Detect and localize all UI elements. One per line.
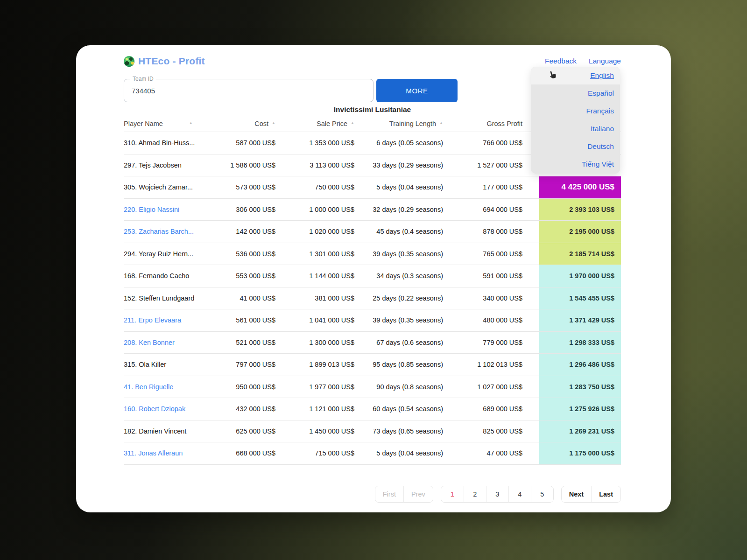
cost-cell: 950 000 US$ [210, 376, 275, 398]
column-header-gross-profit[interactable]: Gross Profit [443, 115, 522, 132]
training-length-cell: 67 days (0.6 seasons) [354, 332, 443, 354]
column-header-sale-price[interactable]: Sale Price▲ [275, 115, 354, 132]
player-name-cell: 297. Tejs Jacobsen [124, 154, 210, 176]
page-button-1[interactable]: 1 [441, 486, 464, 502]
column-spacer [522, 354, 539, 376]
sale-price-cell: 1 899 013 US$ [275, 354, 354, 376]
cost-cell: 668 000 US$ [210, 442, 275, 464]
sale-price-cell: 1 000 000 US$ [275, 199, 354, 221]
gross-profit-cell: 591 000 US$ [443, 265, 522, 287]
net-profit-cell: 1 275 926 US$ [539, 398, 621, 420]
training-length-cell: 25 days (0.22 seasons) [354, 287, 443, 309]
app-header: HTEco - Profit Feedback Language [124, 55, 621, 67]
column-header-cost[interactable]: Cost▲ [210, 115, 275, 132]
training-length-cell: 5 days (0.04 seasons) [354, 176, 443, 198]
sale-price-cell: 1 020 000 US$ [275, 221, 354, 243]
player-name[interactable]: 160. Robert Dziopak [124, 405, 185, 413]
player-name-cell: 253. Zacharias Barch... [124, 221, 210, 243]
column-spacer [522, 332, 539, 354]
sale-price-cell: 381 000 US$ [275, 287, 354, 309]
table-row: 315. Ola Killer 797 000 US$ 1 899 013 US… [124, 354, 621, 376]
prev-page-button[interactable]: Prev [403, 486, 433, 502]
page-button-2[interactable]: 2 [464, 486, 486, 502]
sale-price-cell: 1 144 000 US$ [275, 265, 354, 287]
sale-price-cell: 715 000 US$ [275, 442, 354, 464]
player-name[interactable]: 41. Ben Riguelle [124, 383, 173, 391]
training-length-cell: 39 days (0.35 seasons) [354, 309, 443, 331]
player-name[interactable]: 220. Eligio Nassini [124, 206, 179, 213]
player-name: 310. Ahmad Bin-Huss... [124, 139, 195, 147]
page-button-3[interactable]: 3 [486, 486, 508, 502]
language-option-deutsch[interactable]: Deutsch [531, 138, 620, 155]
gross-profit-cell: 340 000 US$ [443, 287, 522, 309]
player-name: 294. Yeray Ruiz Hern... [124, 250, 193, 258]
cost-cell: 625 000 US$ [210, 420, 275, 442]
net-profit-cell: 2 393 103 US$ [539, 199, 621, 221]
sale-price-cell: 1 300 000 US$ [275, 332, 354, 354]
last-page-button[interactable]: Last [591, 486, 620, 502]
page-title: HTEco - Profit [138, 56, 205, 67]
sort-asc-icon: ▲ [439, 121, 443, 125]
player-name-cell: 211. Erpo Elevaara [124, 309, 210, 331]
pagination: First Prev 1 2 3 4 5 Next Last [124, 486, 621, 503]
language-option-francais[interactable]: Français [531, 102, 620, 120]
net-profit-cell: 1 283 750 US$ [539, 376, 621, 398]
first-page-button[interactable]: First [375, 486, 403, 502]
net-profit-cell: 4 425 000 US$ [539, 176, 621, 198]
table-row: 182. Damien Vincent 625 000 US$ 1 450 00… [124, 420, 621, 443]
table-row: 168. Fernando Cacho 553 000 US$ 1 144 00… [124, 265, 621, 287]
desktop-background: HTEco - Profit Feedback Language Team ID… [0, 0, 747, 560]
player-name-cell: 41. Ben Riguelle [124, 376, 210, 398]
language-option-english[interactable]: English [531, 67, 620, 84]
cost-cell: 797 000 US$ [210, 354, 275, 376]
player-name-cell: 294. Yeray Ruiz Hern... [124, 243, 210, 265]
next-page-button[interactable]: Next [562, 486, 591, 502]
team-id-input[interactable] [124, 79, 373, 102]
table-body: 310. Ahmad Bin-Huss... 587 000 US$ 1 353… [124, 132, 621, 465]
page-button-4[interactable]: 4 [508, 486, 531, 502]
column-spacer [522, 176, 539, 198]
gross-profit-cell: 177 000 US$ [443, 176, 522, 198]
player-name[interactable]: 253. Zacharias Barch... [124, 228, 194, 235]
table-row: 253. Zacharias Barch... 142 000 US$ 1 02… [124, 221, 621, 243]
training-length-cell: 6 days (0.05 seasons) [354, 132, 443, 154]
column-header-player-name[interactable]: Player Name▲ [124, 115, 210, 132]
net-profit-cell: 1 545 455 US$ [539, 287, 621, 309]
team-id-field[interactable]: Team ID [124, 79, 374, 102]
sale-price-cell: 1 977 000 US$ [275, 376, 354, 398]
column-header-training-length[interactable]: Training Length▲ [354, 115, 443, 132]
more-button[interactable]: MORE [376, 79, 458, 102]
sort-asc-icon: ▲ [189, 121, 193, 125]
net-profit-cell: 1 296 486 US$ [539, 354, 621, 376]
language-link[interactable]: Language [589, 57, 621, 65]
page-button-5[interactable]: 5 [531, 486, 553, 502]
training-length-cell: 90 days (0.8 seasons) [354, 376, 443, 398]
language-option-espanol[interactable]: Español [531, 84, 620, 102]
table-row: 294. Yeray Ruiz Hern... 536 000 US$ 1 30… [124, 243, 621, 266]
gross-profit-cell: 1 102 013 US$ [443, 354, 522, 376]
cost-cell: 142 000 US$ [210, 221, 275, 243]
player-name: 152. Steffen Lundgaard [124, 294, 194, 302]
player-name-cell: 220. Eligio Nassini [124, 199, 210, 221]
column-spacer [522, 199, 539, 221]
player-name[interactable]: 211. Erpo Elevaara [124, 316, 181, 324]
team-id-label: Team ID [130, 76, 156, 82]
player-name: 182. Damien Vincent [124, 427, 186, 435]
gross-profit-cell: 480 000 US$ [443, 309, 522, 331]
feedback-link[interactable]: Feedback [545, 57, 577, 65]
language-option-tieng-viet[interactable]: Tiếng Việt [531, 155, 620, 173]
sale-price-cell: 1 301 000 US$ [275, 243, 354, 265]
gross-profit-cell: 689 000 US$ [443, 398, 522, 420]
gross-profit-cell: 825 000 US$ [443, 420, 522, 442]
cost-cell: 1 586 000 US$ [210, 154, 275, 176]
app-card: HTEco - Profit Feedback Language Team ID… [76, 45, 671, 512]
player-name[interactable]: 311. Jonas Alleraun [124, 449, 183, 457]
training-length-cell: 60 days (0.54 seasons) [354, 398, 443, 420]
table-row: 311. Jonas Alleraun 668 000 US$ 715 000 … [124, 442, 621, 465]
player-name: 297. Tejs Jacobsen [124, 161, 182, 169]
net-profit-cell: 2 185 714 US$ [539, 243, 621, 265]
language-option-italiano[interactable]: Italiano [531, 120, 620, 138]
table-row: 211. Erpo Elevaara 561 000 US$ 1 041 000… [124, 309, 621, 332]
player-name[interactable]: 208. Ken Bonner [124, 339, 175, 346]
table-row: 208. Ken Bonner 521 000 US$ 1 300 000 US… [124, 332, 621, 354]
